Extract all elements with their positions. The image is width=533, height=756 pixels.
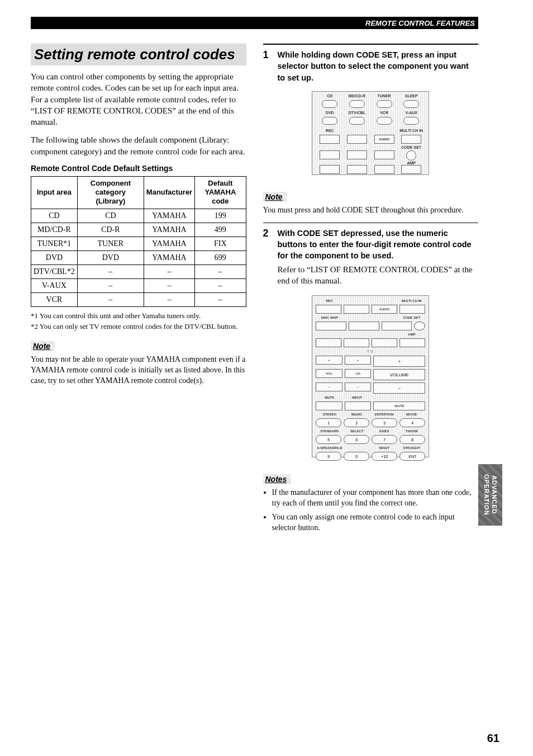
section-tab-advanced-operation: ADVANCED OPERATION: [478, 464, 502, 526]
remote-button: [345, 401, 372, 410]
remote-button: 3: [372, 418, 397, 427]
header-title: REMOTE CONTROL FEATURES: [365, 19, 475, 27]
note-text: You may not be able to operate your YAMA…: [31, 355, 246, 386]
step-1: 1 While holding down CODE SET, press an …: [263, 49, 479, 86]
remote-button: [401, 165, 421, 174]
side-tab-line1: ADVANCED: [491, 475, 498, 514]
remote-button: [322, 117, 337, 125]
remote-button: [316, 322, 346, 330]
remote-button: [377, 117, 392, 125]
header-bar: REMOTE CONTROL FEATURES: [31, 17, 478, 29]
remote-button: [320, 165, 340, 174]
th-component-category: Component category (Library): [77, 176, 144, 209]
remote-button: −: [316, 382, 342, 391]
remote-button: [372, 338, 397, 347]
remote-button: [349, 100, 365, 108]
remote-button: [316, 401, 342, 410]
remote-button: 7: [372, 435, 397, 444]
step-2: 2 With CODE SET depressed, use the numer…: [263, 228, 479, 290]
remote-figure-top: CD MD/CD-R TUNER SLEEP DVD DTV/CBL VCR V…: [312, 91, 429, 175]
remote-button: AUDIO: [372, 305, 397, 314]
remote-button: +: [345, 356, 372, 365]
th-manufacturer: Manufacturer: [144, 176, 194, 209]
remote-button: [320, 135, 340, 144]
note-label: Note: [31, 341, 55, 351]
step-number: 2: [263, 228, 272, 290]
remote-button: CH: [345, 369, 372, 378]
remote-button: [316, 305, 341, 314]
remote-button: 9: [316, 452, 341, 461]
remote-button: [403, 117, 419, 125]
notes-label: Notes: [263, 474, 292, 484]
remote-button: 5: [316, 435, 341, 444]
remote-button: [382, 322, 412, 330]
notes-list: If the manufacturer of your component ha…: [263, 488, 479, 533]
step-1-heading: While holding down CODE SET, press an in…: [278, 49, 479, 83]
remote-button: [347, 150, 367, 159]
remote-button: [374, 150, 394, 159]
remote-button: [349, 322, 379, 330]
table-row: DVDDVDYAMAHA699: [31, 251, 246, 264]
table-row: MD/CD-RCD-RYAMAHA499: [31, 223, 246, 237]
remote-button: [403, 100, 419, 108]
note-item: If the manufacturer of your component ha…: [272, 488, 479, 509]
remote-button: [377, 100, 392, 108]
remote-button: 1: [316, 418, 341, 427]
remote-button: −: [345, 382, 372, 391]
remote-button: 4: [399, 418, 425, 427]
remote-figure-full: RECMULTI CH IN AUDIO DISC SKIPCODE SET A…: [312, 295, 429, 457]
remote-button: [399, 305, 425, 314]
remote-button: 8: [399, 435, 425, 444]
page-number: 61: [487, 732, 499, 745]
side-tab-line2: OPERATION: [483, 474, 490, 516]
table-row: TUNER*1TUNERYAMAHAFIX: [31, 237, 246, 251]
remote-button: [320, 150, 340, 159]
remote-button: +: [316, 356, 342, 365]
footnote-1: *1 You can control this unit and other Y…: [31, 311, 246, 321]
th-input-area: Input area: [31, 176, 78, 209]
remote-button: [401, 135, 421, 144]
remote-button: [316, 338, 341, 347]
intro-paragraph-2: The following table shows the default co…: [31, 134, 246, 157]
table-row: V-AUX–––: [31, 278, 246, 292]
remote-button: 0: [344, 452, 369, 461]
table-row: CDCDYAMAHA199: [31, 209, 246, 223]
remote-button: 6: [344, 435, 369, 444]
remote-button: 2: [344, 418, 369, 427]
right-column: 1 While holding down CODE SET, press an …: [263, 44, 479, 728]
remote-button: AUDIO: [374, 135, 394, 144]
remote-button: [374, 165, 394, 174]
code-set-button: [406, 150, 416, 160]
step-number: 1: [263, 49, 272, 86]
step-1-note-text: You must press and hold CODE SET through…: [263, 205, 479, 216]
table-row: DTV/CBL*2–––: [31, 264, 246, 278]
note-item: You can only assign one remote control c…: [272, 512, 479, 533]
remote-button: VOL: [316, 369, 342, 378]
table-row: VCR–––: [31, 292, 246, 306]
default-codes-table: Input area Component category (Library) …: [31, 176, 246, 307]
remote-button: [347, 135, 367, 144]
remote-button: [344, 338, 369, 347]
remote-button: [344, 305, 369, 314]
footnote-2: *2 You can only set TV remote control co…: [31, 322, 246, 332]
code-set-button: [414, 322, 425, 330]
remote-button: [399, 338, 425, 347]
remote-button: MUTE: [373, 401, 425, 410]
remote-button: [347, 165, 367, 174]
section-title: Setting remote control codes: [31, 44, 246, 65]
remote-button: [322, 100, 337, 108]
remote-button: +: [373, 356, 425, 367]
step-2-heading: With CODE SET depressed, use the numeric…: [278, 228, 479, 262]
table-title: Remote Control Code Default Settings: [31, 164, 246, 173]
remote-button: +10: [372, 452, 397, 461]
th-default-code: Default YAMAHA code: [195, 176, 246, 209]
divider: [263, 223, 479, 223]
remote-button: −: [373, 382, 425, 394]
intro-paragraph-1: You can control other components by sett…: [31, 71, 246, 127]
remote-button: VOLUME: [373, 369, 425, 380]
left-column: Setting remote control codes You can con…: [31, 44, 246, 728]
note-label: Note: [263, 192, 287, 202]
remote-button: ENT: [399, 452, 425, 461]
step-2-body: Refer to “LIST OF REMOTE CONTROL CODES” …: [278, 264, 479, 287]
remote-button: [349, 117, 365, 125]
